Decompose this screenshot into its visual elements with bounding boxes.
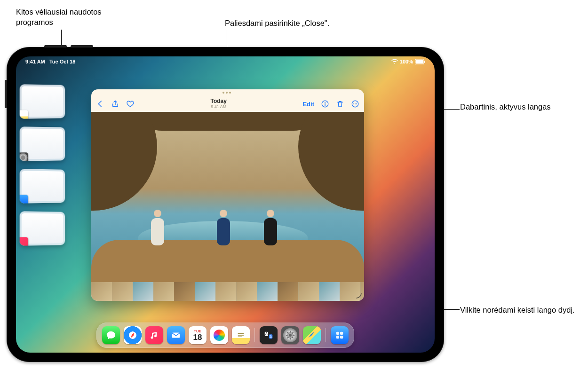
photo-decor [148,210,167,245]
ipad-device: 9:41 AM Tue Oct 18 100% [7,47,444,362]
photo-decor [214,210,233,245]
calendar-day-number: 18 [193,333,202,341]
stage-manager-recents [20,85,72,245]
svg-point-6 [353,103,354,104]
status-date: Tue Oct 18 [49,59,75,64]
recent-app-settings[interactable] [20,126,65,161]
callout-resize: Vilkite norėdami keisti lango dydį. [460,305,575,315]
volume-down-button[interactable] [71,45,93,47]
svg-rect-25 [340,332,343,335]
status-bar: 9:41 AM Tue Oct 18 100% [16,56,435,67]
ipad-screen: 9:41 AM Tue Oct 18 100% [16,56,435,353]
window-title: Today 9:41 AM [211,98,227,109]
battery-percent: 100% [400,59,413,64]
delete-button[interactable] [336,100,344,108]
svg-point-7 [355,103,356,104]
three-dots-icon[interactable] [222,92,233,94]
dock: TUE 18 A文 [96,323,354,348]
dock-separator [254,328,255,342]
status-right: 100% [391,59,425,64]
dock-maps[interactable] [303,326,321,344]
recent-app-notes[interactable] [20,84,65,119]
photo-decor [91,240,364,282]
callout-active-window: Dabartinis, aktyvus langas [460,102,551,112]
favorite-button[interactable] [126,100,135,108]
photo-decor [91,112,157,211]
photo-decor [129,112,326,131]
settings-icon [20,152,28,161]
dock-settings[interactable] [281,326,299,344]
dock-separator [326,328,326,342]
svg-text:A: A [265,332,268,335]
dock-photos[interactable] [210,326,228,344]
svg-rect-26 [336,336,339,339]
svg-text:文: 文 [269,335,272,338]
svg-line-23 [292,332,294,334]
power-button[interactable] [5,80,7,108]
dock-safari[interactable] [124,326,142,344]
files-icon [20,195,28,204]
window-multitasking-handle[interactable] [91,89,364,96]
info-button[interactable] [321,100,329,108]
photo-thumbnail-strip[interactable] [91,282,364,301]
svg-marker-9 [131,333,134,338]
svg-rect-24 [336,332,339,335]
battery-icon [415,59,425,64]
active-window-photos[interactable]: Today 9:41 AM Edit [91,89,364,301]
more-button[interactable] [351,100,359,108]
svg-rect-27 [340,336,343,339]
photo-viewport[interactable] [91,112,364,282]
recent-app-music[interactable] [20,211,65,246]
wifi-icon [391,59,398,64]
edit-button[interactable]: Edit [302,101,314,108]
photos-flower-icon [214,330,225,341]
notes-icon [20,110,28,119]
volume-up-button[interactable] [44,45,67,47]
svg-line-21 [292,337,294,339]
status-left: 9:41 AM Tue Oct 18 [25,59,75,64]
window-resize-handle[interactable] [356,292,362,299]
photo-title-time: 9:41 AM [211,105,227,110]
svg-line-22 [287,337,289,339]
svg-rect-1 [416,60,423,63]
svg-line-20 [287,332,289,334]
dock-mail[interactable] [167,326,185,344]
status-time: 9:41 AM [25,59,45,64]
svg-rect-10 [172,333,180,338]
photo-decor [261,210,280,245]
photo-title-main: Today [211,98,227,104]
photo-decor [298,112,364,211]
dock-music[interactable] [145,326,163,344]
dock-app-library[interactable] [331,326,349,344]
recent-app-files[interactable] [20,169,65,204]
svg-point-15 [289,334,292,337]
callout-recents: Kitos vėliausiai naudotos programos [16,7,124,28]
dock-calendar[interactable]: TUE 18 [189,326,207,344]
share-button[interactable] [111,100,119,108]
dock-messages[interactable] [102,326,120,344]
callout-close: Paliesdami pasirinkite „Close". [225,18,329,28]
svg-rect-2 [424,61,425,63]
svg-point-8 [356,103,357,104]
dock-translate[interactable]: A文 [260,326,278,344]
back-button[interactable] [96,100,104,108]
dock-notes[interactable] [232,326,250,344]
music-icon [20,237,28,246]
photos-toolbar: Today 9:41 AM Edit [91,96,364,112]
svg-point-4 [325,102,326,103]
